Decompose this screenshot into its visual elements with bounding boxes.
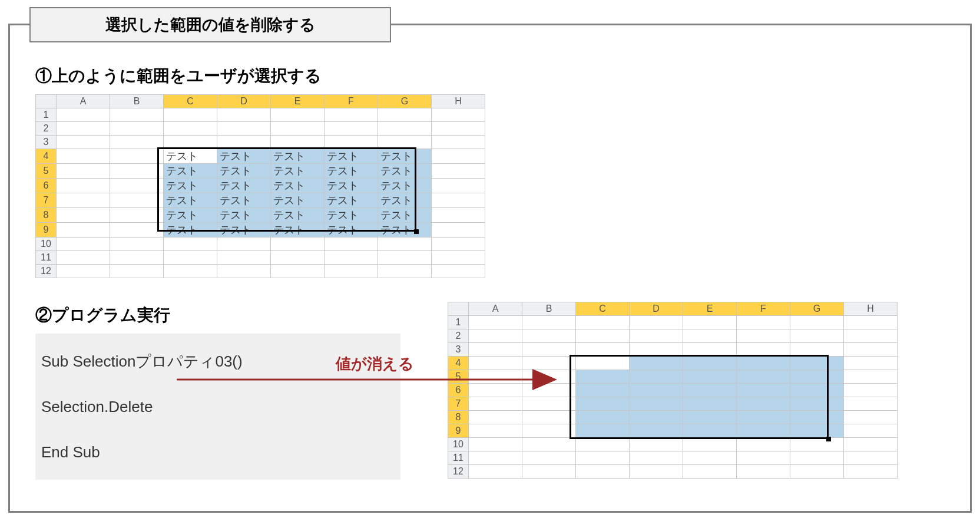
cell[interactable]: [630, 343, 683, 357]
select-all-corner[interactable]: [36, 95, 57, 108]
cell[interactable]: テスト: [164, 179, 217, 193]
cell[interactable]: [576, 370, 630, 384]
cell[interactable]: [737, 343, 790, 357]
row-header[interactable]: 6: [36, 179, 57, 193]
cell[interactable]: テスト: [164, 149, 217, 164]
cell[interactable]: [432, 223, 485, 238]
cell[interactable]: [737, 451, 790, 465]
cell[interactable]: [683, 384, 737, 397]
cell[interactable]: [217, 122, 271, 136]
column-header[interactable]: D: [630, 302, 683, 316]
cell[interactable]: [522, 329, 576, 343]
cell[interactable]: [57, 193, 110, 208]
cell[interactable]: [737, 357, 790, 370]
cell[interactable]: [683, 370, 737, 384]
select-all-corner[interactable]: [448, 302, 469, 316]
cell[interactable]: テスト: [325, 179, 378, 193]
cell[interactable]: [844, 424, 898, 438]
cell[interactable]: [469, 451, 522, 465]
column-header[interactable]: B: [110, 95, 164, 108]
cell[interactable]: [271, 251, 325, 265]
cell[interactable]: テスト: [271, 179, 325, 193]
cell[interactable]: テスト: [271, 193, 325, 208]
cell[interactable]: [630, 438, 683, 451]
row-header[interactable]: 7: [36, 193, 57, 208]
cell[interactable]: [469, 411, 522, 424]
cell[interactable]: [110, 122, 164, 136]
cell[interactable]: [844, 465, 898, 479]
row-header[interactable]: 2: [36, 122, 57, 136]
cell[interactable]: [630, 411, 683, 424]
cell[interactable]: テスト: [325, 164, 378, 179]
row-header[interactable]: 8: [36, 208, 57, 223]
cell[interactable]: [630, 424, 683, 438]
cell[interactable]: [110, 149, 164, 164]
cell[interactable]: [576, 384, 630, 397]
cell[interactable]: [164, 238, 217, 251]
cell[interactable]: テスト: [271, 164, 325, 179]
cell[interactable]: [57, 179, 110, 193]
cell[interactable]: [576, 316, 630, 329]
cell[interactable]: テスト: [378, 193, 432, 208]
cell[interactable]: [164, 136, 217, 149]
cell[interactable]: [325, 251, 378, 265]
cell[interactable]: テスト: [271, 208, 325, 223]
cell[interactable]: [217, 251, 271, 265]
cell[interactable]: テスト: [217, 149, 271, 164]
cell[interactable]: [522, 438, 576, 451]
cell[interactable]: [378, 251, 432, 265]
cell[interactable]: [469, 343, 522, 357]
cell[interactable]: [325, 136, 378, 149]
cell[interactable]: [844, 343, 898, 357]
cell[interactable]: [110, 265, 164, 278]
row-header[interactable]: 1: [36, 108, 57, 122]
cell[interactable]: [737, 316, 790, 329]
cell[interactable]: テスト: [378, 179, 432, 193]
cell[interactable]: テスト: [378, 223, 432, 238]
cell[interactable]: [469, 465, 522, 479]
cell[interactable]: [432, 251, 485, 265]
cell[interactable]: [522, 465, 576, 479]
cell[interactable]: テスト: [378, 164, 432, 179]
column-header[interactable]: C: [164, 95, 217, 108]
cell[interactable]: [844, 384, 898, 397]
cell[interactable]: [683, 438, 737, 451]
cell[interactable]: テスト: [325, 149, 378, 164]
cell[interactable]: [790, 343, 844, 357]
cell[interactable]: [790, 451, 844, 465]
cell[interactable]: テスト: [164, 208, 217, 223]
cell[interactable]: [469, 357, 522, 370]
cell[interactable]: [576, 451, 630, 465]
cell[interactable]: [164, 108, 217, 122]
row-header[interactable]: 9: [448, 424, 469, 438]
column-header[interactable]: H: [844, 302, 898, 316]
cell[interactable]: [432, 108, 485, 122]
cell[interactable]: [378, 265, 432, 278]
cell[interactable]: [737, 384, 790, 397]
cell[interactable]: テスト: [164, 223, 217, 238]
column-header[interactable]: C: [576, 302, 630, 316]
cell[interactable]: [630, 357, 683, 370]
cell[interactable]: [790, 397, 844, 411]
cell[interactable]: [164, 251, 217, 265]
cell[interactable]: [576, 411, 630, 424]
cell[interactable]: [844, 411, 898, 424]
cell[interactable]: テスト: [217, 208, 271, 223]
cell[interactable]: [110, 251, 164, 265]
cell[interactable]: [683, 343, 737, 357]
cell[interactable]: [630, 465, 683, 479]
column-header[interactable]: E: [683, 302, 737, 316]
row-header[interactable]: 3: [448, 343, 469, 357]
cell[interactable]: [325, 108, 378, 122]
cell[interactable]: [217, 238, 271, 251]
cell[interactable]: [630, 316, 683, 329]
cell[interactable]: [630, 397, 683, 411]
cell[interactable]: [110, 164, 164, 179]
cell[interactable]: [57, 108, 110, 122]
cell[interactable]: [790, 316, 844, 329]
cell[interactable]: [325, 238, 378, 251]
cell[interactable]: テスト: [325, 193, 378, 208]
cell[interactable]: [325, 122, 378, 136]
cell[interactable]: [432, 122, 485, 136]
column-header[interactable]: F: [325, 95, 378, 108]
